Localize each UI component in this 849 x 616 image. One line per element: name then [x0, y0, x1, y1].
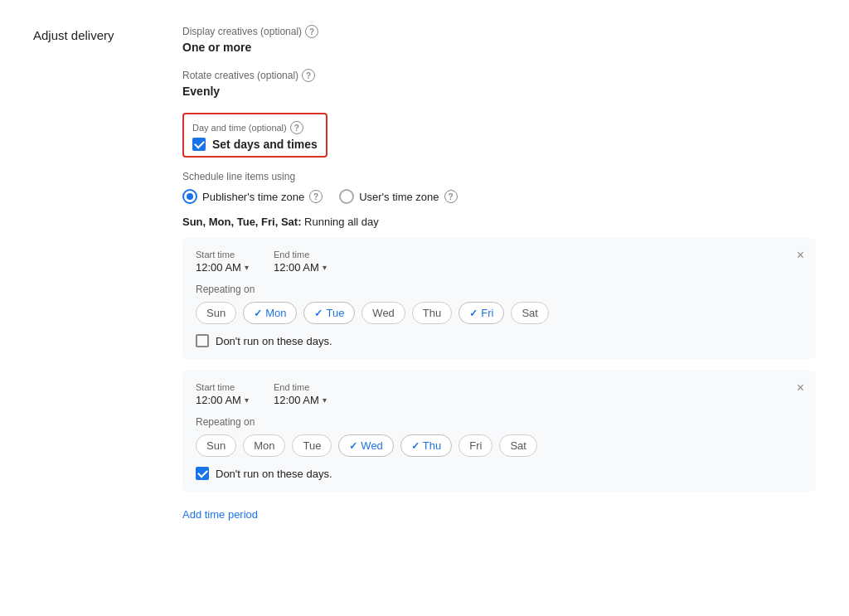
- dont-run-label-1: Don't run on these days.: [216, 335, 332, 347]
- start-time-value-1: 12:00 AM: [196, 261, 241, 274]
- set-days-times-row: Set days and times: [192, 138, 318, 151]
- time-row-1: Start time 12:00 AM ▾ End time 12:00 AM …: [196, 250, 803, 274]
- end-time-field-1: End time 12:00 AM ▾: [274, 250, 327, 274]
- end-time-label-1: End time: [274, 250, 327, 259]
- day-time-help-icon[interactable]: ?: [290, 121, 303, 134]
- day-chip-1-fri[interactable]: ✓ Fri: [458, 302, 504, 324]
- day-chip-2-wed[interactable]: ✓ Wed: [338, 434, 394, 457]
- day-label-2-sun: Sun: [206, 439, 226, 452]
- end-time-value-1: 12:00 AM: [274, 261, 319, 274]
- end-time-selector-2[interactable]: 12:00 AM ▾: [274, 394, 327, 406]
- user-timezone-option[interactable]: User's time zone ?: [339, 189, 457, 204]
- days-row-2: Sun Mon Tue ✓ Wed: [196, 434, 803, 457]
- day-label-1-sat: Sat: [522, 307, 538, 319]
- dont-run-checkbox-2[interactable]: [196, 467, 209, 480]
- day-chip-2-thu[interactable]: ✓ Thu: [400, 434, 452, 457]
- day-chip-2-mon[interactable]: Mon: [243, 434, 285, 457]
- start-time-value-2: 12:00 AM: [196, 394, 241, 406]
- start-time-arrow-1: ▾: [245, 263, 249, 272]
- start-time-field-2: Start time 12:00 AM ▾: [196, 382, 249, 406]
- section-title: Adjust delivery: [33, 25, 149, 521]
- day-label-1-fri: Fri: [481, 307, 493, 319]
- display-creatives-section: Display creatives (optional) ? One or mo…: [182, 25, 816, 54]
- user-timezone-radio[interactable]: [339, 189, 354, 204]
- day-label-1-sun: Sun: [206, 307, 226, 319]
- day-label-2-tue: Tue: [303, 439, 321, 452]
- day-label-2-thu: Thu: [423, 439, 441, 452]
- day-label-1-thu: Thu: [423, 307, 441, 319]
- dont-run-row-1: Don't run on these days.: [196, 334, 803, 347]
- day-chip-2-sat[interactable]: Sat: [499, 434, 537, 457]
- day-chip-2-fri[interactable]: Fri: [458, 434, 492, 457]
- day-chip-1-tue[interactable]: ✓ Tue: [303, 302, 355, 324]
- day-label-1-wed: Wed: [372, 307, 395, 319]
- set-days-times-label: Set days and times: [212, 138, 318, 151]
- dont-run-checkbox-1[interactable]: [196, 334, 209, 347]
- repeating-label-2: Repeating on: [196, 416, 803, 428]
- end-time-value-2: 12:00 AM: [274, 394, 319, 406]
- day-chip-1-sun[interactable]: Sun: [196, 302, 236, 324]
- time-period-2: × Start time 12:00 AM ▾ End time 12:00 A…: [182, 371, 816, 492]
- close-period-2-button[interactable]: ×: [797, 381, 804, 395]
- start-time-selector-1[interactable]: 12:00 AM ▾: [196, 261, 249, 274]
- rotate-creatives-value: Evenly: [182, 85, 816, 98]
- display-creatives-help-icon[interactable]: ?: [305, 25, 318, 38]
- summary-running: Running all day: [304, 216, 379, 228]
- days-row-1: Sun ✓ Mon ✓ Tue Wed: [196, 302, 803, 324]
- day-check-2-wed: ✓: [349, 440, 357, 452]
- start-time-arrow-2: ▾: [245, 395, 249, 405]
- schedule-section: Schedule line items using Publisher's ti…: [182, 171, 816, 521]
- day-check-1-fri: ✓: [469, 308, 478, 319]
- schedule-summary: Sun, Mon, Tue, Fri, Sat: Running all day: [182, 216, 816, 228]
- user-timezone-help-icon[interactable]: ?: [444, 190, 458, 203]
- day-time-label: Day and time (optional) ?: [192, 121, 318, 134]
- day-chip-1-sat[interactable]: Sat: [511, 302, 549, 324]
- day-label-1-mon: Mon: [265, 307, 286, 319]
- timezone-radio-row: Publisher's time zone ? User's time zone…: [182, 189, 816, 204]
- close-period-1-button[interactable]: ×: [797, 248, 804, 263]
- day-check-1-mon: ✓: [254, 308, 262, 319]
- day-check-2-thu: ✓: [411, 440, 420, 452]
- start-time-label-1: Start time: [196, 250, 249, 259]
- day-chip-2-tue[interactable]: Tue: [292, 434, 332, 457]
- summary-days: Sun, Mon, Tue, Fri, Sat:: [182, 216, 301, 228]
- end-time-selector-1[interactable]: 12:00 AM ▾: [274, 261, 327, 274]
- end-time-arrow-1: ▾: [323, 263, 327, 272]
- time-period-1: × Start time 12:00 AM ▾ End time 12:00 A…: [182, 238, 816, 359]
- user-timezone-label: User's time zone: [359, 191, 439, 203]
- day-chip-1-wed[interactable]: Wed: [361, 302, 405, 324]
- day-check-1-tue: ✓: [314, 308, 323, 319]
- end-time-label-2: End time: [274, 382, 327, 392]
- publisher-timezone-option[interactable]: Publisher's time zone ?: [182, 189, 323, 204]
- rotate-creatives-label: Rotate creatives (optional) ?: [182, 69, 816, 82]
- display-creatives-value: One or more: [182, 41, 816, 54]
- day-label-2-mon: Mon: [254, 439, 274, 452]
- end-time-field-2: End time 12:00 AM ▾: [274, 382, 327, 406]
- rotate-creatives-section: Rotate creatives (optional) ? Evenly: [182, 69, 816, 98]
- dont-run-label-2: Don't run on these days.: [216, 468, 332, 480]
- schedule-using-label: Schedule line items using: [182, 171, 816, 182]
- right-content: Display creatives (optional) ? One or mo…: [182, 25, 816, 521]
- display-creatives-label: Display creatives (optional) ?: [182, 25, 816, 38]
- day-chip-1-mon[interactable]: ✓ Mon: [243, 302, 297, 324]
- set-days-times-checkbox[interactable]: [192, 138, 206, 151]
- end-time-arrow-2: ▾: [323, 395, 327, 405]
- start-time-label-2: Start time: [196, 382, 249, 392]
- publisher-timezone-help-icon[interactable]: ?: [309, 190, 323, 203]
- dont-run-row-2: Don't run on these days.: [196, 467, 803, 480]
- repeating-label-1: Repeating on: [196, 284, 803, 295]
- start-time-selector-2[interactable]: 12:00 AM ▾: [196, 394, 249, 406]
- day-chip-1-thu[interactable]: Thu: [412, 302, 452, 324]
- time-row-2: Start time 12:00 AM ▾ End time 12:00 AM …: [196, 382, 803, 406]
- day-label-2-sat: Sat: [510, 439, 526, 452]
- add-time-period-button[interactable]: Add time period: [182, 508, 258, 521]
- rotate-creatives-help-icon[interactable]: ?: [302, 69, 315, 82]
- publisher-timezone-label: Publisher's time zone: [202, 191, 304, 203]
- publisher-timezone-radio[interactable]: [182, 189, 197, 204]
- day-label-1-tue: Tue: [326, 307, 344, 319]
- day-chip-2-sun[interactable]: Sun: [196, 434, 236, 457]
- day-label-2-fri: Fri: [469, 439, 482, 452]
- day-label-2-wed: Wed: [361, 439, 383, 452]
- day-time-box: Day and time (optional) ? Set days and t…: [182, 113, 327, 158]
- start-time-field-1: Start time 12:00 AM ▾: [196, 250, 249, 274]
